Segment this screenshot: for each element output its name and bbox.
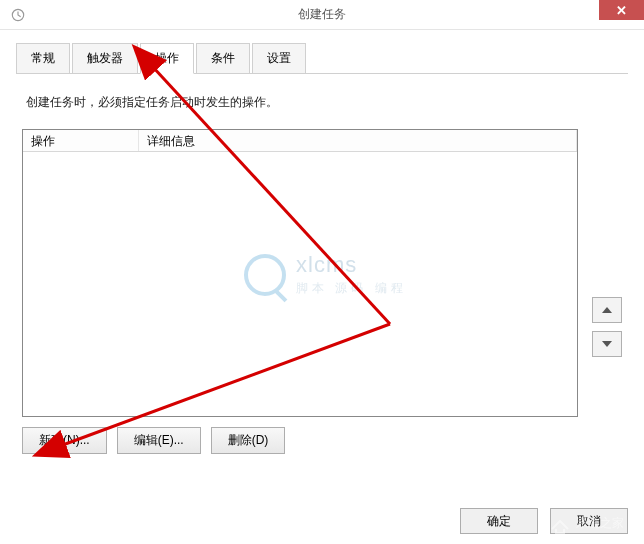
close-button[interactable] [599,0,644,20]
content-area: 常规 触发器 操作 条件 设置 创建任务时，必须指定任务启动时发生的操作。 操作… [0,30,644,544]
dialog-footer: 确定 取消 [460,508,628,534]
tab-body: 创建任务时，必须指定任务启动时发生的操作。 操作 详细信息 新建(N)... 编… [16,74,628,460]
reorder-buttons [592,297,622,357]
tab-strip: 常规 触发器 操作 条件 设置 [16,42,628,74]
table-header: 操作 详细信息 [23,130,577,152]
ok-button[interactable]: 确定 [460,508,538,534]
move-up-button[interactable] [592,297,622,323]
window-title: 创建任务 [298,6,346,23]
clock-icon [10,7,26,23]
move-down-button[interactable] [592,331,622,357]
description-text: 创建任务时，必须指定任务启动时发生的操作。 [26,94,618,111]
delete-button[interactable]: 删除(D) [211,427,286,454]
column-details[interactable]: 详细信息 [139,130,577,151]
tab-general[interactable]: 常规 [16,43,70,74]
edit-button[interactable]: 编辑(E)... [117,427,201,454]
cancel-button[interactable]: 取消 [550,508,628,534]
tab-triggers[interactable]: 触发器 [72,43,138,74]
tab-actions[interactable]: 操作 [140,43,194,74]
new-button[interactable]: 新建(N)... [22,427,107,454]
column-action[interactable]: 操作 [23,130,139,151]
titlebar: 创建任务 [0,0,644,30]
actions-table[interactable]: 操作 详细信息 [22,129,578,417]
tab-conditions[interactable]: 条件 [196,43,250,74]
tab-settings[interactable]: 设置 [252,43,306,74]
action-buttons-row: 新建(N)... 编辑(E)... 删除(D) [22,427,622,454]
